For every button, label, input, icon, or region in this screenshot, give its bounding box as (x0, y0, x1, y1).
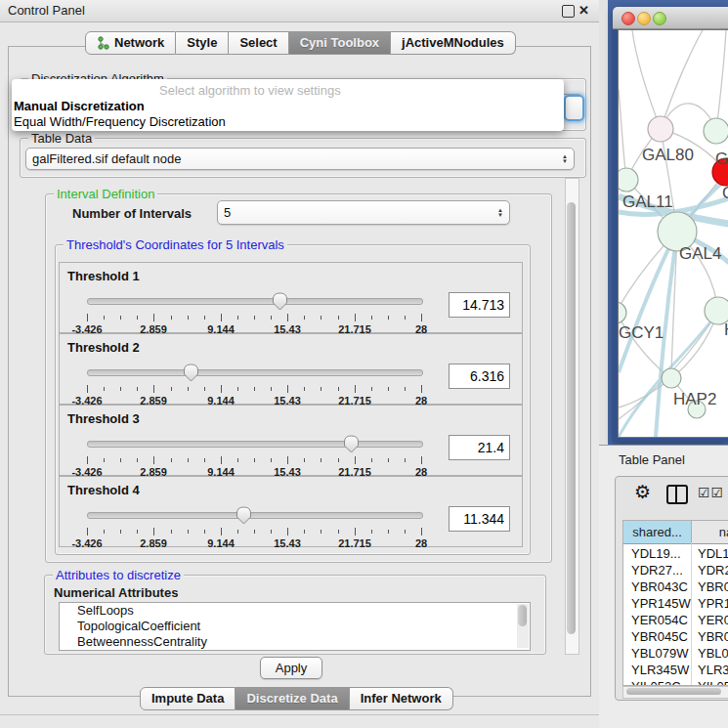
table-horizontal-scrollbar[interactable] (622, 686, 728, 699)
threshold-slider[interactable]: -3.426 2.859 9.144 15.43 21.715 28 (87, 435, 421, 478)
bottom-tab-bar: Impute Data Discretize Data Infer Networ… (140, 687, 453, 710)
table-panel-body: ⚙ ☑☑ shared... na YDL19...YDL19... YDR27… (615, 476, 728, 701)
panel-divider[interactable] (599, 0, 608, 445)
network-canvas[interactable]: GAL80 GA C GAL11 GAL4 GCY1 H HAP2 (618, 29, 728, 438)
tab-style[interactable]: Style (176, 31, 229, 55)
minimize-traffic-light-icon[interactable] (637, 12, 651, 25)
tab-cyni-toolbox[interactable]: Cyni Toolbox (289, 31, 391, 55)
float-window-icon[interactable] (562, 5, 575, 18)
numerical-attributes-label: Numerical Attributes (54, 585, 178, 600)
node-label: GAL4 (679, 244, 721, 263)
threshold-label: Threshold 2 (67, 340, 140, 355)
threshold-panel-2: Threshold 2 -3.426 2.859 9.144 15.43 21.… (59, 333, 523, 405)
threshold-panel-4: Threshold 4 -3.426 2.859 9.144 15.43 21.… (59, 476, 523, 547)
checkbox-icons[interactable]: ☑☑ (698, 485, 724, 500)
slider-thumb[interactable] (272, 292, 288, 311)
stepper-arrows-icon: ▲▼ (562, 154, 568, 164)
zoom-traffic-light-icon[interactable] (653, 12, 666, 25)
split-table-icon[interactable] (666, 485, 688, 504)
scrollbar-thumb[interactable] (626, 688, 721, 695)
slider-track[interactable] (87, 298, 423, 305)
num-intervals-combobox[interactable]: 5 ▲▼ (217, 200, 510, 225)
dropdown-option-equal-width[interactable]: Equal Width/Frequency Discretization (14, 114, 226, 129)
threshold-value-field[interactable] (449, 506, 510, 532)
table-row[interactable]: YDR27...YDR27... (623, 562, 728, 578)
slider-track[interactable] (87, 512, 423, 519)
num-intervals-label: Number of Intervals (72, 206, 192, 221)
table-row[interactable]: YPR145WYPR145W (623, 595, 728, 612)
group-title: Attributes to discretize (53, 568, 184, 582)
slider-track[interactable] (87, 369, 423, 376)
network-window[interactable]: GAL80 GA C GAL11 GAL4 GCY1 H HAP2 (613, 7, 728, 442)
table-row[interactable]: YER054CYER054C (623, 612, 728, 628)
list-scrollbar[interactable] (517, 604, 529, 648)
threshold-panel-1: Threshold 1 -3.426 2.859 9.144 15.43 21.… (59, 262, 523, 333)
main-vertical-scrollbar[interactable] (565, 178, 579, 655)
threshold-slider[interactable]: -3.426 2.859 9.144 15.43 21.715 28 (87, 506, 421, 549)
node-label: HAP2 (673, 390, 716, 408)
column-header-shared-name[interactable]: shared... (623, 521, 692, 544)
node-label: GCY1 (619, 323, 664, 342)
list-item[interactable]: TopologicalCoefficient (60, 619, 530, 634)
numerical-attributes-list[interactable]: SelfLoops TopologicalCoefficient Between… (59, 602, 531, 651)
threshold-slider[interactable]: -3.426 2.859 9.144 15.43 21.715 28 (87, 364, 421, 407)
panel-title: Control Panel (8, 3, 85, 18)
node-hap2[interactable] (662, 368, 681, 388)
table-row[interactable]: YDL19...YDL19... (623, 545, 728, 562)
network-window-titlebar[interactable] (613, 7, 728, 29)
table-row[interactable]: YBR045CYBR045C (623, 628, 728, 645)
column-header-name[interactable]: na (692, 521, 728, 544)
dropdown-option-manual[interactable]: Manual Discretization (14, 99, 145, 113)
tab-network-label: Network (114, 35, 164, 50)
table-panel-title: Table Panel (619, 452, 685, 467)
tab-infer-network[interactable]: Infer Network (350, 687, 453, 710)
tab-discretize-data[interactable]: Discretize Data (236, 687, 349, 710)
tab-impute-data[interactable]: Impute Data (140, 687, 236, 710)
table-row[interactable]: YIL052CYIL052C (623, 678, 728, 686)
slider-thumb[interactable] (343, 435, 360, 453)
threshold-value-field[interactable] (449, 292, 510, 318)
node-attribute-table: shared... na YDL19...YDL19... YDR27...YD… (622, 520, 728, 686)
threshold-label: Threshold 4 (67, 483, 140, 497)
table-panel: Table Panel ⚙ ☑☑ shared... na YDL19...YD… (599, 445, 728, 728)
slider-ticks (87, 456, 421, 465)
threshold-slider[interactable]: -3.426 2.859 9.144 15.43 21.715 28 (87, 292, 421, 335)
table-data-value: galFiltered.sif default node (32, 151, 181, 166)
control-panel-titlebar: Control Panel ✕ (0, 0, 599, 22)
table-row[interactable]: YLR345WYLR345W (623, 662, 728, 678)
tab-jactivemnodules[interactable]: jActiveMNodules (391, 31, 516, 55)
gear-icon[interactable]: ⚙ (634, 483, 651, 502)
tab-network[interactable]: Network (85, 31, 176, 55)
algorithm-combo-arrow-button[interactable] (564, 95, 584, 121)
network-graph: GAL80 GA C GAL11 GAL4 GCY1 H HAP2 (619, 30, 728, 437)
threshold-label: Threshold 1 (67, 269, 140, 283)
list-item[interactable]: SelfLoops (60, 603, 530, 619)
threshold-value-field[interactable] (449, 435, 510, 460)
table-data-combobox[interactable]: galFiltered.sif default node ▲▼ (25, 148, 575, 170)
apply-button[interactable]: Apply (260, 657, 322, 679)
slider-thumb[interactable] (183, 364, 199, 382)
tab-select[interactable]: Select (229, 31, 288, 55)
node-gcy1[interactable] (619, 302, 626, 323)
close-icon[interactable]: ✕ (578, 4, 589, 17)
node-top-right[interactable] (704, 118, 728, 144)
scrollbar-thumb[interactable] (518, 605, 527, 626)
control-panel: Control Panel ✕ Network Style Select Cyn… (0, 0, 600, 728)
table-row[interactable]: YBR043CYBR043C (623, 578, 728, 595)
node-gal80[interactable] (648, 116, 673, 142)
threshold-panel-3: Threshold 3 -3.426 2.859 9.144 15.43 21.… (59, 405, 523, 476)
dropdown-placeholder-item[interactable]: Select algorithm to view settings (159, 83, 341, 98)
group-title: Table Data (28, 131, 95, 146)
table-row[interactable]: YBL079WYBL079W (623, 645, 728, 662)
scrollbar-thumb[interactable] (567, 202, 576, 634)
node-label: C (722, 184, 728, 202)
list-item[interactable]: BetweennessCentrality (60, 634, 530, 650)
slider-track[interactable] (87, 441, 423, 448)
threshold-value-field[interactable] (449, 364, 510, 389)
node-gal11[interactable] (619, 168, 638, 192)
top-tab-bar: Network Style Select Cyni Toolbox jActiv… (85, 31, 516, 55)
slider-thumb[interactable] (236, 506, 252, 525)
screen: { "window": {"title": "Control Panel"}, … (0, 0, 728, 728)
close-traffic-light-icon[interactable] (621, 12, 635, 25)
slider-ticks (87, 314, 421, 322)
